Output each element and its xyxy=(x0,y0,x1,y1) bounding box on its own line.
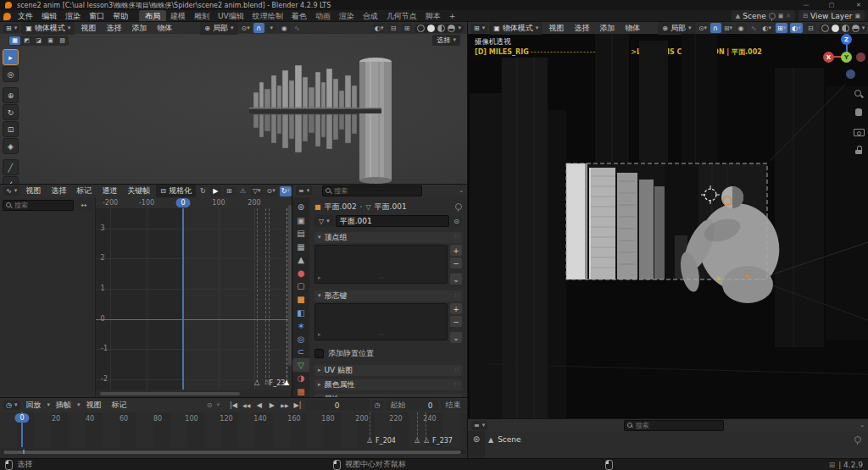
menu-object[interactable]: 物体 xyxy=(153,23,176,34)
editor-type-button[interactable]: ⊞ ▾ xyxy=(471,24,487,33)
gizmo-z-axis[interactable]: Z xyxy=(841,34,852,45)
workspace-tab-layout[interactable]: 布局 xyxy=(139,10,166,23)
menu-render[interactable]: 渲染 xyxy=(61,11,85,22)
scene-row[interactable]: ▲ Scene xyxy=(488,435,861,444)
menu-keying[interactable]: 插帧 xyxy=(52,400,75,411)
tab-collection[interactable]: ▢ xyxy=(292,279,309,293)
graph-pane[interactable]: -200 -100 0 100 200 xyxy=(96,197,292,398)
workspace-tab-shading[interactable]: 着色 xyxy=(287,11,311,22)
mode-dropdown[interactable]: ▣ 物体模式 ▾ xyxy=(489,22,542,35)
proportional-edit-toggle[interactable]: ◉ xyxy=(736,23,747,33)
editor-type-button[interactable]: ⊞ ▾ xyxy=(3,24,19,33)
transform-orientation-dropdown[interactable]: ⊕ 局部 ▾ xyxy=(658,22,695,35)
snap-toggle[interactable]: ∩ xyxy=(253,23,264,33)
vertex-groups-list[interactable]: ▸ ⋯ xyxy=(314,245,448,284)
snap-target-dropdown[interactable]: ▾ xyxy=(266,23,277,33)
marker-label[interactable]: F_237 xyxy=(432,437,453,445)
tab-texture[interactable]: ▩ xyxy=(292,384,309,398)
next-keyframe-button[interactable]: ▶▶ xyxy=(279,401,290,411)
jump-to-start-button[interactable]: |◀ xyxy=(228,401,239,411)
menu-select[interactable]: 选择 xyxy=(570,23,593,34)
channel-expand-button[interactable]: ↔ xyxy=(75,201,92,211)
timeline-scrollbar[interactable] xyxy=(2,450,465,454)
snap-toggle[interactable]: ∩ xyxy=(710,23,721,33)
menu-select[interactable]: 选择 xyxy=(47,185,70,196)
vertex-group-specials-button[interactable]: ⌄ xyxy=(450,274,462,285)
tab-world[interactable]: ● xyxy=(292,267,309,280)
properties-options-icon[interactable]: ⌄ xyxy=(459,188,464,194)
camera-view-icon[interactable] xyxy=(853,125,865,137)
gizmo-x-negative[interactable] xyxy=(856,53,865,62)
menu-edit[interactable]: 编辑 xyxy=(37,11,61,22)
workspace-tab-geonodes[interactable]: 几何节点 xyxy=(382,11,421,22)
pin-icon[interactable] xyxy=(455,203,462,210)
menu-marker[interactable]: 标记 xyxy=(72,185,96,196)
editor-type-button[interactable]: ≡ ▾ xyxy=(471,421,487,430)
tab-material[interactable]: ◑ xyxy=(292,372,309,385)
shading-solid-button[interactable] xyxy=(427,25,435,32)
play-reverse-button[interactable]: ◀ xyxy=(253,401,264,411)
gizmo-y-axis[interactable]: Y xyxy=(841,52,852,63)
tab-particles[interactable]: ∗ xyxy=(292,319,309,333)
prev-keyframe-button[interactable]: ◀◀ xyxy=(241,401,252,411)
add-vertex-group-button[interactable]: + xyxy=(450,245,462,256)
tab-render[interactable]: ▣ xyxy=(292,214,309,228)
graph-ruler[interactable]: -200 -100 0 100 200 xyxy=(96,197,292,208)
editor-type-button[interactable]: ≡ ▾ xyxy=(296,186,312,196)
editor-type-button[interactable]: ∿ ▾ xyxy=(3,186,19,196)
normalize-auto-icon[interactable]: ↻ xyxy=(198,186,209,196)
transform-orientation-dropdown[interactable]: ⊕ 局部 ▾ xyxy=(200,22,237,35)
auto-keying-toggle[interactable]: ⊙ xyxy=(204,401,215,411)
shape-keys-list[interactable]: ▸ ⋯ xyxy=(314,303,448,340)
panel-vertex-groups[interactable]: ▾ 顶点组 ∷ xyxy=(314,232,462,243)
new-scene-icon[interactable]: ▣ xyxy=(778,14,784,19)
falloff-dropdown[interactable]: ∿ xyxy=(748,23,760,33)
menu-add[interactable]: 添加 xyxy=(595,23,619,34)
menu-key[interactable]: 关键帧 xyxy=(123,185,154,196)
gizmos-dropdown[interactable]: ⊞▾ xyxy=(776,23,787,33)
view-layer-selector[interactable]: ⊟ View Layer ▣ xyxy=(798,10,865,22)
menu-view[interactable]: 视图 xyxy=(544,23,568,34)
tab-object[interactable]: ■ xyxy=(292,293,309,307)
zoom-icon[interactable] xyxy=(853,88,865,100)
graph-v-scrollbar[interactable] xyxy=(288,205,292,366)
normalize-toggle[interactable]: ⊟ 规格化 xyxy=(156,185,196,197)
rest-position-checkbox[interactable] xyxy=(314,349,324,358)
window-maximize-button[interactable]: ▢ xyxy=(819,0,844,10)
navigation-gizmo[interactable]: Z Y X xyxy=(807,29,868,90)
panel-options-icon[interactable]: ⌄ xyxy=(860,423,865,429)
menu-help[interactable]: 帮助 xyxy=(108,11,132,22)
menu-object[interactable]: 物体 xyxy=(620,23,644,34)
marker-triangle[interactable]: △ xyxy=(254,379,259,386)
scene-search-input[interactable] xyxy=(636,422,721,429)
remove-shape-key-button[interactable]: − xyxy=(450,316,462,327)
menu-file[interactable]: 文件 xyxy=(14,11,37,22)
gizmo-z-negative[interactable] xyxy=(846,69,855,79)
scene-panel-search[interactable] xyxy=(624,420,724,431)
tab-physics[interactable]: ◎ xyxy=(292,332,309,346)
snap-dropdown[interactable]: ⊞ xyxy=(224,186,235,196)
mode-dropdown[interactable]: ▣ 物体模式 ▾ xyxy=(21,22,75,35)
properties-search-input[interactable] xyxy=(334,187,419,195)
pin-icon[interactable] xyxy=(769,13,776,19)
shape-key-specials-button[interactable]: ⌄ xyxy=(450,332,462,343)
overlays-dropdown[interactable]: ◐▾ xyxy=(790,23,803,33)
menu-channel[interactable]: 通道 xyxy=(97,185,121,196)
snap-target-dropdown[interactable]: ⊞▾ xyxy=(723,23,734,33)
new-layer-icon[interactable]: ▣ xyxy=(854,14,860,19)
datablock-name-field[interactable]: 平面.001 xyxy=(336,215,449,227)
menu-marker[interactable]: 标记 xyxy=(108,400,131,411)
current-frame-badge[interactable]: 0 xyxy=(175,198,190,207)
graph-h-scrollbar[interactable] xyxy=(100,392,240,395)
editor-type-button[interactable]: ◷ ▾ xyxy=(3,401,20,410)
tab-tool[interactable]: ⊛ xyxy=(473,434,480,458)
workspace-tab-render[interactable]: 渲染 xyxy=(335,11,359,22)
blender-menu-icon[interactable] xyxy=(3,13,11,20)
list-filter-icon[interactable]: ▸ xyxy=(318,275,321,281)
jump-to-end-button[interactable]: ▶| xyxy=(292,401,303,411)
visibility-dropdown[interactable]: ◐▾ xyxy=(373,23,386,33)
pivot-dropdown[interactable]: ⊙▾ xyxy=(265,186,277,196)
xray-toggle[interactable]: ⊞ xyxy=(401,23,412,33)
proportional-edit-toggle[interactable]: ◉ xyxy=(279,23,290,33)
frame-start-field[interactable]: 起始 0 xyxy=(386,400,438,411)
